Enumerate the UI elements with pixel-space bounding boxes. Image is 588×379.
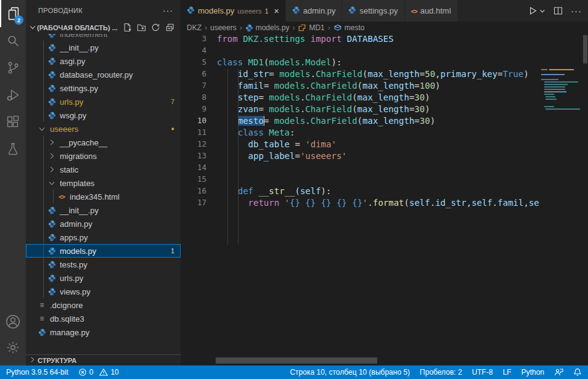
breadcrumb-label: mesto <box>345 23 365 32</box>
chevron-down-icon <box>37 124 47 134</box>
line-number[interactable]: 8 <box>181 92 211 104</box>
breadcrumb-item-useeers[interactable]: useeers <box>210 23 237 32</box>
run-button[interactable] <box>528 6 545 16</box>
code-line: return '{} {} {} {} {}'.format(self.id_s… <box>217 198 541 210</box>
line-number-gutter[interactable]: 34567891011121314151617 <box>181 34 211 210</box>
chevron-right-icon <box>47 151 57 161</box>
tree-item-static[interactable]: static <box>26 163 181 176</box>
outline-section-header[interactable]: СТРУКТУРА <box>26 354 181 365</box>
testing-icon[interactable] <box>0 136 26 163</box>
tab-settings-py[interactable]: settings.py <box>342 0 404 22</box>
more-actions-icon[interactable]: ··· <box>571 6 582 16</box>
new-folder-icon[interactable] <box>137 23 146 32</box>
tree-item-apps-py[interactable]: apps.py <box>26 230 181 244</box>
tree-item--pycache-[interactable]: __pycache__ <box>26 136 181 149</box>
collapse-all-icon[interactable] <box>165 23 174 32</box>
tree-item-label: indexelement <box>60 34 107 39</box>
line-number[interactable]: 14 <box>181 163 211 174</box>
chevron-right-icon <box>47 165 57 174</box>
settings-gear-icon[interactable] <box>0 334 26 361</box>
tab-admin-py[interactable]: admin.py <box>286 0 343 22</box>
line-number[interactable]: 3 <box>181 34 211 46</box>
indentation-status[interactable]: Пробелов: 2 <box>420 368 462 377</box>
line-number[interactable]: 17 <box>181 198 211 210</box>
encoding-status[interactable]: UTF-8 <box>472 368 493 377</box>
line-number[interactable]: 7 <box>181 81 211 92</box>
tree-item--dcignore[interactable]: ≡.dcignore <box>26 298 181 312</box>
tree-item-urls-py[interactable]: urls.py7 <box>26 95 181 108</box>
py-file-icon <box>348 6 356 16</box>
line-number[interactable]: 9 <box>181 104 211 116</box>
breadcrumb-item-models-py[interactable]: models.py <box>245 23 290 32</box>
tree-item--init-py[interactable]: __init__.py <box>26 41 181 54</box>
tree-item-wsgi-py[interactable]: wsgi.py <box>26 108 181 122</box>
refresh-icon[interactable] <box>151 23 160 32</box>
code-lines[interactable]: from DKZ.settings import DATABASESclass … <box>217 34 541 210</box>
tree-item-label: urls.py <box>60 97 83 107</box>
new-file-icon[interactable] <box>123 23 132 32</box>
sidebar-more-icon[interactable]: ··· <box>163 6 173 15</box>
tab-problems-badge: 1 <box>264 7 268 15</box>
eol-status[interactable]: LF <box>503 368 512 377</box>
tree-item-label: __pycache__ <box>60 138 107 147</box>
file-file-icon: ≡ <box>37 300 47 310</box>
tree-item-models-py[interactable]: models.py1 <box>26 244 181 258</box>
breadcrumb-item-mesto[interactable]: mesto <box>333 23 365 32</box>
problems-status[interactable]: 0 10 <box>78 368 119 377</box>
cursor-position-status[interactable]: Строка 10, столбец 10 (выбрано 5) <box>290 368 410 377</box>
vertical-scrollbar[interactable] <box>583 35 587 63</box>
tree-item-tests-py[interactable]: tests.py <box>26 258 181 271</box>
line-number[interactable]: 15 <box>181 174 211 186</box>
tree-item-urls-py[interactable]: urls.py <box>26 271 181 285</box>
tree-item-settings-py[interactable]: settings.py <box>26 81 181 95</box>
line-number[interactable]: 10 <box>181 116 211 128</box>
horizontal-scrollbar[interactable] <box>216 357 377 364</box>
breadcrumb-item-DKZ[interactable]: DKZ <box>187 23 202 32</box>
tree-item-indexelement[interactable]: indexelement <box>26 34 181 41</box>
language-mode-status[interactable]: Python <box>521 368 544 377</box>
py-file-icon <box>47 110 57 120</box>
line-number[interactable]: 4 <box>181 46 211 57</box>
close-icon[interactable]: × <box>274 6 279 16</box>
line-number[interactable]: 16 <box>181 186 211 198</box>
sidebar-title: ПРОВОДНИК <box>38 7 83 14</box>
tree-item-admin-py[interactable]: admin.py <box>26 217 181 230</box>
tree-item-database-roouter-py[interactable]: database_roouter.py <box>26 68 181 81</box>
code-line: class Meta: <box>217 128 541 139</box>
tree-item-asgi-py[interactable]: asgi.py <box>26 54 181 68</box>
bell-icon[interactable] <box>573 368 582 377</box>
tree-item-manage-py[interactable]: manage.py <box>26 325 181 339</box>
breadcrumb-separator: › <box>240 23 242 32</box>
tree-item-views-py[interactable]: views.py <box>26 285 181 298</box>
accounts-icon[interactable] <box>0 308 26 335</box>
interpreter-status[interactable]: Python 3.9.5 64-bit <box>6 368 68 377</box>
split-editor-icon[interactable] <box>553 6 563 16</box>
workspace-header[interactable]: (РАБОЧАЯ ОБЛАСТЬ) ... <box>26 21 181 34</box>
line-number[interactable]: 6 <box>181 69 211 81</box>
tree-item-templates[interactable]: templates <box>26 176 181 190</box>
tree-item-index345-html[interactable]: <>index345.html <box>26 190 181 203</box>
tab-aud-html[interactable]: <>aud.html <box>405 0 458 22</box>
line-number[interactable]: 12 <box>181 139 211 151</box>
py-file-icon <box>292 6 300 16</box>
tab-label: aud.html <box>420 6 451 15</box>
line-number[interactable]: 5 <box>181 57 211 69</box>
tree-item--init-py[interactable]: __init__.py <box>26 203 181 217</box>
py-file-icon <box>47 97 57 107</box>
line-number[interactable]: 11 <box>181 128 211 139</box>
line-number[interactable]: 13 <box>181 151 211 163</box>
source-control-icon[interactable] <box>0 54 26 81</box>
code-area[interactable]: 34567891011121314151617 from DKZ.setting… <box>181 34 588 365</box>
tree-item-db-sqlite3[interactable]: ≡db.sqlite3 <box>26 312 181 325</box>
search-icon[interactable] <box>0 27 26 54</box>
breadcrumb-item-MD1[interactable]: MD1 <box>298 23 324 32</box>
py-file-icon <box>47 83 57 93</box>
tree-item-migrations[interactable]: migrations <box>26 149 181 163</box>
tree-item-useeers[interactable]: useeers● <box>26 122 181 136</box>
tab-models-py[interactable]: models.pyuseeers1× <box>181 0 286 22</box>
explorer-icon[interactable]: 2 <box>0 0 26 27</box>
run-and-debug-icon[interactable] <box>0 81 26 108</box>
feedback-icon[interactable] <box>554 368 563 377</box>
minimap[interactable] <box>541 69 582 365</box>
extensions-icon[interactable] <box>0 108 26 136</box>
